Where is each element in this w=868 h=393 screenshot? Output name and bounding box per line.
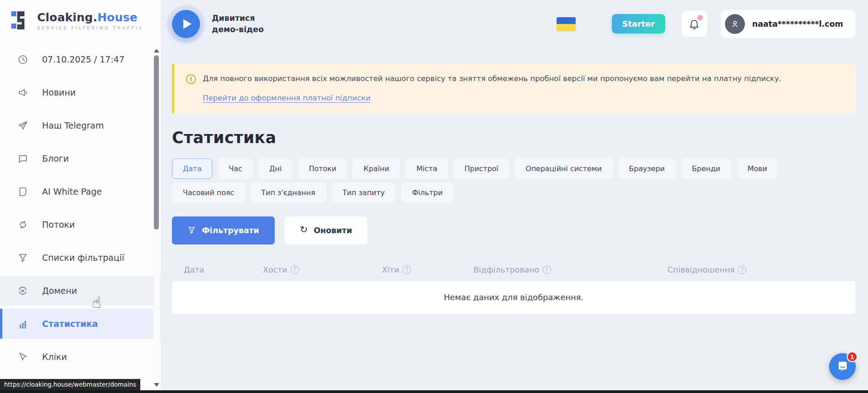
sidebar-item-ai-white-page[interactable]: AI White Page [0,177,161,206]
user-email: naata**********l.com [752,19,843,29]
trial-warning-banner: ! Для повного використання всіх можливос… [172,64,855,113]
scrollbar-thumb[interactable] [154,55,159,230]
demo-video-label: Дивитися демо-відео [212,13,268,35]
sidebar-item-label: Потоки [42,220,75,230]
tab-connection-type[interactable]: Тип з'єднання [250,182,326,203]
help-icon[interactable]: ? [543,265,551,274]
sidebar-item-label: Новини [42,87,76,97]
sidebar-item-label: Блоги [42,153,69,163]
tab-browsers[interactable]: Браузери [618,158,676,179]
chat-bubble-icon [17,153,29,164]
sidebar-nav: 07.10.2025 / 17:47 Новини Наш Telegram Б… [0,44,161,372]
column-header-date: Дата [184,265,263,274]
actions-row: Фільтрувати ↻ Оновити [172,216,855,244]
tab-days[interactable]: Дні [258,158,292,179]
tab-filters[interactable]: Фільтри [401,182,453,203]
empty-state-text: Немає даних для відображення. [444,292,584,302]
empty-table-state: Немає даних для відображення. [172,281,855,314]
scroll-down-icon[interactable] [154,383,159,387]
megaphone-icon [17,87,29,98]
sidebar-item-clicks[interactable]: Кліки [0,342,161,372]
demo-video-play-button[interactable] [172,10,200,38]
sidebar-item-telegram[interactable]: Наш Telegram [0,110,161,140]
sidebar-item-label: Наш Telegram [42,120,104,130]
tab-streams[interactable]: Потоки [298,158,347,179]
filter-button-label: Фільтрувати [202,226,259,235]
funnel-icon [187,226,196,235]
page-icon [17,187,29,197]
chat-unread-badge: 1 [847,351,858,362]
webmaster-icon: w [17,285,29,296]
main-content: Дивитися демо-відео Starter naata*******… [161,0,868,393]
sidebar-scrollbar[interactable] [153,47,160,388]
user-account-button[interactable]: naata**********l.com [721,10,855,38]
column-header-hits: Хіти ? [382,265,473,274]
sidebar-item-label: Домени [42,286,77,296]
sidebar-item-news[interactable]: Новини [0,77,161,107]
flag-blue-stripe [557,17,576,24]
play-icon [183,19,191,29]
link-status-bar: https://cloaking.house/webmaster/domains [0,379,140,390]
scroll-up-icon[interactable] [154,49,159,53]
notification-dot [697,15,703,20]
help-icon[interactable]: ? [291,265,299,274]
top-bar: Дивитися демо-відео Starter naata*******… [172,0,855,48]
sidebar-item-streams[interactable]: Потоки [0,210,161,240]
refresh-button-label: Оновити [314,226,352,235]
subscription-link[interactable]: Перейти до оформлення платної підписки [203,94,371,102]
refresh-icon: ↻ [300,225,308,235]
chat-smile-icon [836,360,849,374]
statistics-filter-tabs: Дата Час Дні Потоки Країни Міста Пристро… [172,158,855,203]
tab-countries[interactable]: Країни [353,158,400,179]
funnel-icon [17,253,29,263]
flag-yellow-stripe [557,24,576,31]
refresh-button[interactable]: ↻ Оновити [285,216,367,244]
sidebar-item-label: Списки фільтрації [42,253,124,263]
help-icon[interactable]: ? [402,265,411,274]
tab-languages[interactable]: Мови [737,158,778,179]
language-flag-ukraine[interactable] [557,17,576,31]
tab-cities[interactable]: Міста [405,158,448,179]
sidebar-item-datetime: 07.10.2025 / 17:47 [0,44,161,74]
tab-timezone[interactable]: Часовий пояс [172,182,245,203]
support-chat-button[interactable]: 1 [829,353,856,380]
clock-icon [17,54,29,65]
sync-icon [17,220,29,230]
help-icon[interactable]: ? [738,265,746,274]
cloaking-house-logo-icon [11,10,31,31]
plan-starter-button[interactable]: Starter [612,14,665,34]
warning-icon: ! [186,74,196,84]
column-header-ratio: Співвідношення ? [668,265,746,274]
sidebar-item-blogs[interactable]: Блоги [0,144,161,173]
tab-devices[interactable]: Пристрої [453,158,509,179]
avatar [725,14,745,34]
sidebar-item-statistics[interactable]: Статистика [0,309,161,339]
brand-name: Cloaking.House [37,11,143,24]
column-header-filtered: Відфільтровано ? [473,265,668,274]
tab-time[interactable]: Час [218,158,253,179]
notifications-button[interactable] [682,11,707,37]
sidebar-item-domains[interactable]: w Домени [0,276,161,306]
app-window: Cloaking.House SERVICE FILTERING TRAFFIC… [0,0,868,393]
statistics-table-header: Дата Хости ? Хіти ? Відфільтровано ? Спі… [172,265,855,274]
filter-button[interactable]: Фільтрувати [172,216,275,244]
bar-chart-icon [17,319,29,329]
sidebar-item-label: Статистика [42,319,98,329]
page-title: Статистика [172,129,855,147]
sidebar-item-filter-lists[interactable]: Списки фільтрації [0,243,161,273]
sidebar-item-label: Кліки [42,352,67,362]
brand-tagline: SERVICE FILTERING TRAFFIC [37,25,143,30]
sidebar: Cloaking.House SERVICE FILTERING TRAFFIC… [0,0,161,393]
tab-request-type[interactable]: Тип запиту [332,182,396,203]
sidebar-item-label: AI White Page [42,187,102,196]
column-header-hosts: Хости ? [263,265,382,274]
tab-brands[interactable]: Бренди [681,158,731,179]
tab-date[interactable]: Дата [172,158,212,179]
svg-text:w: w [21,288,24,293]
tab-operating-systems[interactable]: Операційні системи [515,158,612,179]
logo[interactable]: Cloaking.House SERVICE FILTERING TRAFFIC [0,0,161,31]
paper-plane-icon [17,120,29,131]
cursor-icon [17,352,29,362]
screen-bottom-edge [0,390,868,393]
sidebar-item-label: 07.10.2025 / 17:47 [42,54,124,64]
